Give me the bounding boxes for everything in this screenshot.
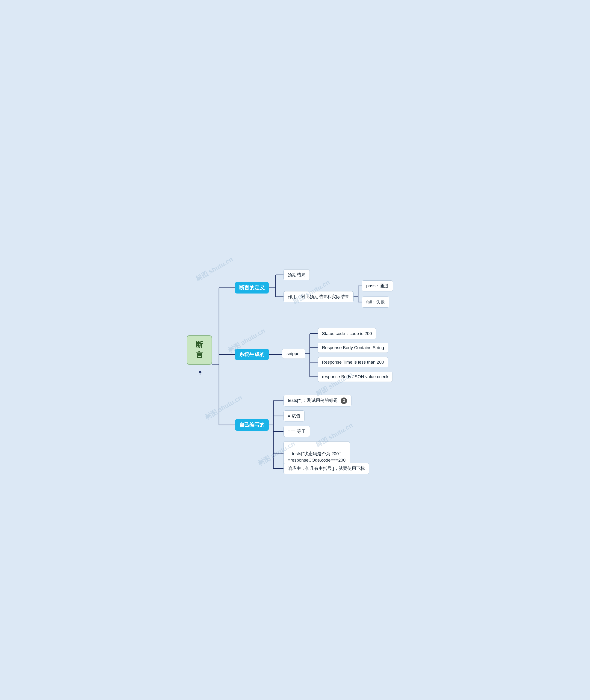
root-label: 断言 [196,341,203,359]
leaf-bracket-note-label: 响应中，但凡有中括号[]，就要使用下标 [288,466,365,471]
svg-marker-28 [199,370,201,373]
leaf-fail-label: fail：失败 [366,299,385,304]
badge-3: 3 [340,398,347,404]
leaf-assign: = 赋值 [284,411,305,422]
leaf-status-code-test-label: tests["状态码是否为 200"] =responseCOde.code==… [288,451,346,463]
leaf-expected-label: 预期结果 [288,272,305,277]
leaf-status-code-label: Status code：code is 200 [322,331,372,336]
leaf-response-body-json: response Body:JSON value cneck [318,372,393,382]
node-snippet: snippet [282,349,305,359]
branch-self-written: 自己编写的 [235,419,269,431]
leaf-assign-label: = 赋值 [288,413,300,418]
leaf-pass-label: pass：通过 [366,283,389,288]
leaf-response-body-json-label: response Body:JSON value cneck [322,374,388,379]
leaf-pass: pass：通过 [362,280,393,291]
branch-system-label: 系统生成的 [239,351,265,357]
root-arrow [198,370,202,377]
leaf-bracket-note: 响应中，但凡有中括号[]，就要使用下标 [284,463,369,474]
leaf-response-body-contains-label: Response Body:Contains String [322,345,384,350]
leaf-function-label: 作用：对比预期结果和实际结果 [288,294,349,299]
leaf-status-code: Status code：code is 200 [318,328,376,339]
leaf-equals-label: === 等于 [288,429,306,434]
snippet-label: snippet [287,351,301,356]
leaf-fail: fail：失败 [362,296,389,308]
leaf-response-time: Response Time is less than 200 [318,357,388,367]
branch-self-written-label: 自己编写的 [239,422,265,428]
branch-definition-label: 断言的定义 [239,285,265,290]
leaf-tests-title: tests[""]：测试用例的标题 3 [284,395,352,407]
leaf-response-time-label: Response Time is less than 200 [322,360,384,364]
root-node: 断言 [187,335,212,365]
leaf-response-body-contains: Response Body:Contains String [318,343,388,353]
leaf-tests-title-label: tests[""]：测试用例的标题 [288,398,337,403]
branch-definition: 断言的定义 [235,282,269,293]
branch-system-generated: 系统生成的 [235,349,269,360]
leaf-equals: === 等于 [284,426,310,437]
leaf-expected-result: 预期结果 [284,269,310,280]
leaf-function: 作用：对比预期结果和实际结果 [284,291,354,302]
leaf-status-code-test: tests["状态码是否为 200"] =responseCOde.code==… [284,441,350,466]
